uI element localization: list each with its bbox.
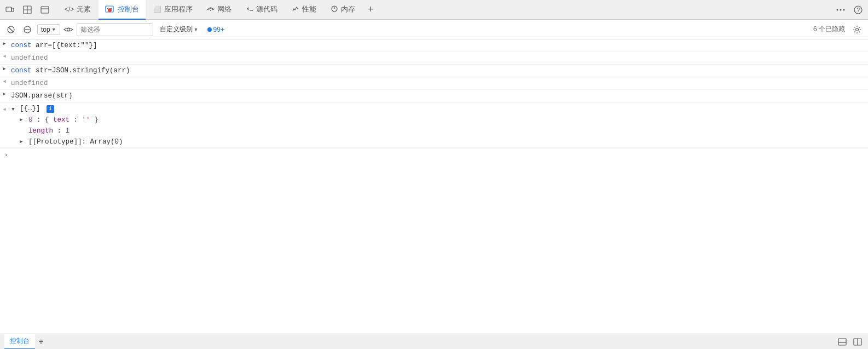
svg-rect-0: [6, 7, 11, 12]
help-icon[interactable]: ?: [850, 2, 866, 18]
svg-rect-1: [11, 8, 14, 12]
svg-rect-5: [41, 7, 49, 13]
ban-button[interactable]: [21, 23, 34, 36]
bottom-add-tab[interactable]: +: [35, 336, 47, 348]
keyword-const: const: [11, 42, 36, 49]
badge-count: 99+: [213, 26, 224, 33]
tab-console-label: 控制台: [118, 4, 139, 14]
entry-content-6: [{…}] i: [18, 102, 868, 115]
info-badge: i: [47, 105, 54, 113]
bottom-dock-icon[interactable]: [836, 336, 848, 348]
console-entry-6: [{…}] i ▶ 0 : { text : '' }: [0, 102, 868, 148]
tab-icon-group: [2, 2, 53, 18]
console-error-dot: [108, 8, 112, 12]
entry-content-2: undefined: [9, 52, 868, 64]
expand-arrow-5[interactable]: [0, 90, 9, 97]
tab-bar: </> 元素 控制台 ⬜ 应用程序 网络 源代码 性能: [0, 0, 868, 20]
add-tab-button[interactable]: +: [363, 2, 378, 18]
filter-input[interactable]: [77, 23, 153, 36]
context-value: top: [41, 26, 50, 33]
child-prototype: ▶ [[Prototype]]: Array(0): [20, 136, 868, 147]
child-length: length : 1: [20, 125, 868, 136]
tab-application[interactable]: ⬜ 应用程序: [147, 0, 199, 20]
child-proto-arrow[interactable]: ▶: [20, 137, 26, 147]
settings-icon[interactable]: [850, 23, 864, 36]
expand-arrow-3[interactable]: [0, 65, 9, 72]
console-entry-5: JSON.parse(str): [0, 90, 868, 102]
more-options-icon[interactable]: [833, 2, 848, 18]
entry-content-1: const arr=[{text:""}]: [9, 39, 868, 52]
console-toolbar: top ▼ 自定义级别 ▼ 99+ 6 个已隐藏: [0, 20, 868, 39]
svg-rect-23: [838, 339, 846, 345]
svg-point-21: [67, 28, 70, 31]
context-selector[interactable]: top ▼: [37, 24, 60, 35]
return-arrow-2: [0, 52, 9, 59]
svg-point-12: [837, 9, 838, 10]
undefined-2: undefined: [11, 79, 48, 87]
tab-console[interactable]: 控制台: [99, 0, 146, 20]
console-entry-2: undefined: [0, 52, 868, 65]
keyword-const2: const: [11, 67, 36, 75]
tab-elements[interactable]: </> 元素: [58, 0, 97, 20]
eye-icon-wrapper: [63, 25, 73, 34]
svg-line-18: [9, 27, 13, 32]
clear-console-button[interactable]: [4, 23, 18, 36]
expanded-result: ▶ 0 : { text : '' } length : 1: [0, 115, 868, 147]
svg-point-14: [843, 9, 845, 10]
entry-content-3: const str=JSON.stringify(arr): [9, 65, 868, 77]
console-output: const arr=[{text:""}] undefined const st…: [0, 39, 868, 334]
svg-point-13: [840, 9, 842, 10]
badge-dot: [207, 27, 212, 32]
message-badge[interactable]: 99+: [205, 25, 227, 35]
element-pick-icon[interactable]: [20, 2, 35, 18]
tab-network[interactable]: 网络: [200, 0, 238, 20]
layout-icon[interactable]: [37, 2, 53, 18]
svg-text:?: ?: [857, 7, 860, 13]
entry-content-4: undefined: [9, 77, 868, 89]
entry-content-5: JSON.parse(str): [9, 90, 868, 102]
tab-network-label: 网络: [217, 4, 232, 14]
child-0-arrow[interactable]: ▶: [20, 115, 26, 125]
eye-icon[interactable]: [63, 25, 73, 34]
custom-level-selector[interactable]: 自定义级别 ▼: [157, 24, 202, 35]
collapse-arrow-6[interactable]: [9, 105, 18, 112]
bottom-bar: 控制台 +: [0, 334, 868, 349]
custom-level-label: 自定义级别: [160, 25, 193, 34]
undefined-1: undefined: [11, 54, 48, 62]
prompt-line: ›: [0, 148, 868, 161]
tab-memory-label: 内存: [341, 4, 355, 14]
child-0: ▶ 0 : { text : '' }: [20, 115, 868, 125]
expand-arrow-1[interactable]: [0, 39, 9, 47]
tab-performance-label: 性能: [302, 4, 316, 14]
bottom-icons: [836, 336, 864, 348]
svg-point-22: [856, 28, 859, 31]
tab-application-label: 应用程序: [164, 4, 193, 14]
return-arrow-4: [0, 77, 9, 84]
tab-elements-label: 元素: [77, 4, 91, 14]
prompt-arrow-icon: ›: [4, 152, 8, 158]
svg-point-10: [210, 10, 211, 11]
bottom-tab-console[interactable]: 控制台: [4, 334, 35, 350]
bottom-undock-icon[interactable]: [852, 336, 864, 348]
tab-sources[interactable]: 源代码: [239, 0, 284, 20]
return-arrow-6: [0, 105, 9, 112]
tab-memory[interactable]: 内存: [324, 0, 362, 20]
console-entry-4: undefined: [0, 77, 868, 90]
tab-performance[interactable]: 性能: [285, 0, 323, 20]
hidden-count-label: 6 个已隐藏: [813, 25, 845, 34]
device-toggle-icon[interactable]: [2, 2, 18, 18]
chevron-down-icon: ▼: [51, 27, 56, 32]
result-label: [{…}]: [20, 105, 40, 112]
tab-end-icons: ?: [833, 2, 866, 18]
tab-sources-label: 源代码: [256, 4, 277, 14]
bottom-tab-console-label: 控制台: [10, 336, 30, 346]
custom-level-arrow: ▼: [194, 27, 199, 32]
console-entry-3: const str=JSON.stringify(arr): [0, 65, 868, 77]
console-entry-1: const arr=[{text:""}]: [0, 39, 868, 52]
